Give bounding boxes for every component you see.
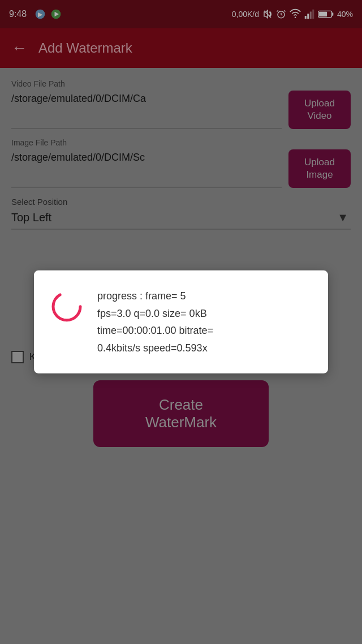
progress-text-block: progress : frame= 5 fps=3.0 q=0.0 size= … bbox=[97, 287, 213, 357]
loading-spinner bbox=[50, 290, 84, 324]
progress-line-1: progress : frame= 5 bbox=[97, 287, 213, 305]
progress-line-4: 0.4kbits/s speed=0.593x bbox=[97, 340, 213, 357]
progress-line-2: fps=3.0 q=0.0 size= 0kB bbox=[97, 304, 213, 322]
svg-point-18 bbox=[53, 293, 80, 320]
progress-dialog: progress : frame= 5 fps=3.0 q=0.0 size= … bbox=[34, 271, 328, 373]
progress-line-3: time=00:00:01.00 bitrate= bbox=[97, 322, 213, 340]
